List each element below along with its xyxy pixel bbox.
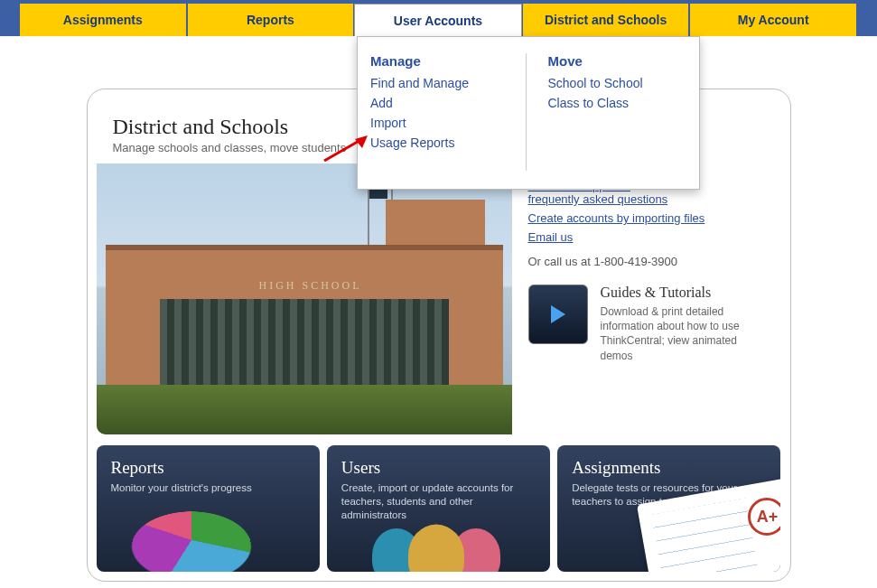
menu-usage-reports[interactable]: Usage Reports <box>370 135 509 150</box>
tab-district-schools[interactable]: District and Schools <box>522 4 690 36</box>
menu-import[interactable]: Import <box>370 116 509 130</box>
link-create-accounts-import[interactable]: Create accounts by importing files <box>528 211 772 225</box>
menu-find-and-manage[interactable]: Find and Manage <box>370 76 509 90</box>
dropdown-move-header: Move <box>548 53 687 69</box>
avatars-icon <box>381 528 500 572</box>
dropdown-manage-header: Manage <box>370 53 509 69</box>
menu-add[interactable]: Add <box>370 96 509 110</box>
tile-assignments[interactable]: Assignments Delegate tests or resources … <box>557 445 780 572</box>
user-accounts-dropdown: Manage Find and Manage Add Import Usage … <box>357 36 700 190</box>
tile-reports-title: Reports <box>111 458 305 478</box>
help-phone: Or call us at 1-800-419-3900 <box>528 255 772 268</box>
tab-my-account[interactable]: My Account <box>689 4 857 36</box>
building-label: HIGH SCHOOL <box>259 279 362 293</box>
tile-assignments-title: Assignments <box>572 458 766 478</box>
tab-reports[interactable]: Reports <box>187 4 355 36</box>
tile-reports-desc: Monitor your district's progress <box>111 481 305 495</box>
pie-chart-icon <box>119 511 262 572</box>
menu-school-to-school[interactable]: School to School <box>548 76 687 90</box>
play-icon <box>551 305 565 323</box>
tile-users[interactable]: Users Create, import or update accounts … <box>327 445 550 572</box>
main-nav: Assignments Reports User Accounts Distri… <box>0 0 877 36</box>
link-email-us[interactable]: Email us <box>528 230 772 244</box>
menu-class-to-class[interactable]: Class to Class <box>548 96 687 110</box>
tab-assignments[interactable]: Assignments <box>20 4 187 36</box>
tab-user-accounts[interactable]: User Accounts <box>354 4 522 36</box>
guides-desc: Download & print detailed information ab… <box>601 304 772 363</box>
tile-users-desc: Create, import or update accounts for te… <box>341 481 536 522</box>
video-thumb-icon <box>528 285 588 344</box>
hero-image: HIGH SCHOOL <box>97 163 512 434</box>
tile-users-title: Users <box>341 458 536 478</box>
guides-title: Guides & Tutorials <box>601 285 772 301</box>
grade-badge-icon: A+ <box>748 498 780 536</box>
guides-block[interactable]: Guides & Tutorials Download & print deta… <box>528 285 772 363</box>
tile-reports[interactable]: Reports Monitor your district's progress <box>97 445 320 572</box>
